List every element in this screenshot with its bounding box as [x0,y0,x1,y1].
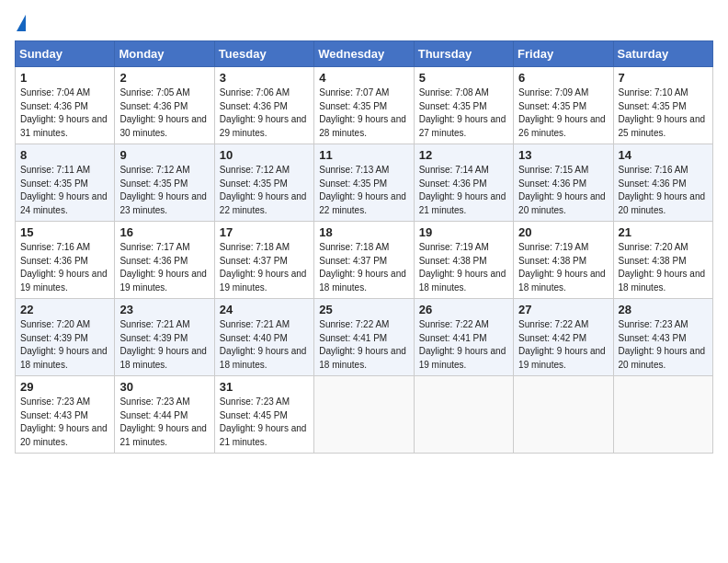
calendar-cell: 30Sunrise: 7:23 AMSunset: 4:44 PMDayligh… [115,376,214,454]
day-info: Sunrise: 7:11 AMSunset: 4:35 PMDaylight:… [20,164,109,217]
calendar-cell: 29Sunrise: 7:23 AMSunset: 4:43 PMDayligh… [16,376,115,454]
calendar-cell: 9Sunrise: 7:12 AMSunset: 4:35 PMDaylight… [115,144,214,222]
page-header [15,15,713,31]
calendar-cell: 11Sunrise: 7:13 AMSunset: 4:35 PMDayligh… [314,144,414,222]
calendar-cell: 18Sunrise: 7:18 AMSunset: 4:37 PMDayligh… [314,222,414,299]
calendar-week-row: 1Sunrise: 7:04 AMSunset: 4:36 PMDaylight… [16,67,713,144]
day-number: 15 [20,225,109,239]
day-header-thursday: Thursday [414,41,513,67]
calendar-cell: 15Sunrise: 7:16 AMSunset: 4:36 PMDayligh… [16,222,115,299]
day-number: 16 [119,225,209,239]
day-number: 19 [419,225,508,239]
day-header-sunday: Sunday [16,41,115,67]
calendar-cell: 2Sunrise: 7:05 AMSunset: 4:36 PMDaylight… [115,67,214,144]
calendar-cell [514,376,613,454]
day-header-wednesday: Wednesday [314,41,414,67]
calendar-cell: 21Sunrise: 7:20 AMSunset: 4:38 PMDayligh… [613,222,712,299]
calendar-cell: 12Sunrise: 7:14 AMSunset: 4:36 PMDayligh… [414,144,513,222]
day-info: Sunrise: 7:09 AMSunset: 4:35 PMDaylight:… [518,86,608,140]
day-number: 23 [119,303,209,316]
calendar-week-row: 15Sunrise: 7:16 AMSunset: 4:36 PMDayligh… [16,222,713,299]
day-info: Sunrise: 7:21 AMSunset: 4:39 PMDaylight:… [119,318,209,372]
calendar-cell: 22Sunrise: 7:20 AMSunset: 4:39 PMDayligh… [16,299,115,376]
logo-triangle-icon [17,15,26,31]
day-number: 1 [20,71,109,85]
calendar-cell: 13Sunrise: 7:15 AMSunset: 4:36 PMDayligh… [514,144,613,222]
day-header-friday: Friday [514,41,613,67]
day-info: Sunrise: 7:20 AMSunset: 4:38 PMDaylight:… [619,241,708,294]
calendar-cell: 23Sunrise: 7:21 AMSunset: 4:39 PMDayligh… [115,299,214,376]
day-info: Sunrise: 7:18 AMSunset: 4:37 PMDaylight:… [220,241,309,294]
day-number: 12 [419,148,508,162]
day-number: 6 [518,71,608,85]
calendar-cell: 14Sunrise: 7:16 AMSunset: 4:36 PMDayligh… [613,144,712,222]
day-number: 13 [518,148,608,162]
calendar-cell: 10Sunrise: 7:12 AMSunset: 4:35 PMDayligh… [214,144,313,222]
day-header-tuesday: Tuesday [214,41,313,67]
calendar-cell [414,376,513,454]
day-info: Sunrise: 7:05 AMSunset: 4:36 PMDaylight:… [119,86,209,140]
day-info: Sunrise: 7:23 AMSunset: 4:43 PMDaylight:… [619,318,708,372]
day-info: Sunrise: 7:20 AMSunset: 4:39 PMDaylight:… [20,318,109,372]
day-number: 5 [419,71,508,85]
calendar-cell: 17Sunrise: 7:18 AMSunset: 4:37 PMDayligh… [214,222,313,299]
calendar-cell: 3Sunrise: 7:06 AMSunset: 4:36 PMDaylight… [214,67,313,144]
day-number: 4 [319,71,408,85]
calendar-header-row: SundayMondayTuesdayWednesdayThursdayFrid… [16,41,713,67]
day-info: Sunrise: 7:04 AMSunset: 4:36 PMDaylight:… [20,86,109,140]
day-info: Sunrise: 7:15 AMSunset: 4:36 PMDaylight:… [518,164,608,217]
day-number: 14 [619,148,708,162]
day-header-saturday: Saturday [613,41,712,67]
day-number: 17 [220,225,309,239]
day-number: 11 [319,148,408,162]
day-info: Sunrise: 7:16 AMSunset: 4:36 PMDaylight:… [20,241,109,294]
day-info: Sunrise: 7:23 AMSunset: 4:45 PMDaylight:… [220,396,309,449]
day-info: Sunrise: 7:16 AMSunset: 4:36 PMDaylight:… [619,164,708,217]
day-info: Sunrise: 7:23 AMSunset: 4:43 PMDaylight:… [20,396,109,449]
calendar-cell: 27Sunrise: 7:22 AMSunset: 4:42 PMDayligh… [514,299,613,376]
day-number: 27 [518,303,608,316]
day-number: 8 [20,148,109,162]
calendar-week-row: 29Sunrise: 7:23 AMSunset: 4:43 PMDayligh… [16,376,713,454]
day-number: 9 [119,148,209,162]
day-number: 22 [20,303,109,316]
day-info: Sunrise: 7:19 AMSunset: 4:38 PMDaylight:… [419,241,508,294]
day-number: 31 [220,380,309,394]
day-number: 29 [20,380,109,394]
calendar-table: SundayMondayTuesdayWednesdayThursdayFrid… [15,40,713,454]
day-info: Sunrise: 7:06 AMSunset: 4:36 PMDaylight:… [220,86,309,140]
calendar-cell: 4Sunrise: 7:07 AMSunset: 4:35 PMDaylight… [314,67,414,144]
calendar-cell: 1Sunrise: 7:04 AMSunset: 4:36 PMDaylight… [16,67,115,144]
calendar-cell: 20Sunrise: 7:19 AMSunset: 4:38 PMDayligh… [514,222,613,299]
calendar-cell: 25Sunrise: 7:22 AMSunset: 4:41 PMDayligh… [314,299,414,376]
calendar-cell: 31Sunrise: 7:23 AMSunset: 4:45 PMDayligh… [214,376,313,454]
day-info: Sunrise: 7:12 AMSunset: 4:35 PMDaylight:… [220,164,309,217]
day-info: Sunrise: 7:22 AMSunset: 4:41 PMDaylight:… [419,318,508,372]
day-number: 20 [518,225,608,239]
day-number: 3 [220,71,309,85]
day-number: 21 [619,225,708,239]
calendar-cell: 24Sunrise: 7:21 AMSunset: 4:40 PMDayligh… [214,299,313,376]
day-info: Sunrise: 7:21 AMSunset: 4:40 PMDaylight:… [220,318,309,372]
calendar-cell: 16Sunrise: 7:17 AMSunset: 4:36 PMDayligh… [115,222,214,299]
day-number: 30 [119,380,209,394]
day-info: Sunrise: 7:07 AMSunset: 4:35 PMDaylight:… [319,86,408,140]
day-info: Sunrise: 7:23 AMSunset: 4:44 PMDaylight:… [119,396,209,449]
calendar-cell [314,376,414,454]
day-number: 28 [619,303,708,316]
day-info: Sunrise: 7:19 AMSunset: 4:38 PMDaylight:… [518,241,608,294]
day-number: 18 [319,225,408,239]
day-info: Sunrise: 7:10 AMSunset: 4:35 PMDaylight:… [619,86,708,140]
day-info: Sunrise: 7:14 AMSunset: 4:36 PMDaylight:… [419,164,508,217]
calendar-cell: 19Sunrise: 7:19 AMSunset: 4:38 PMDayligh… [414,222,513,299]
day-info: Sunrise: 7:22 AMSunset: 4:41 PMDaylight:… [319,318,408,372]
day-number: 7 [619,71,708,85]
day-number: 26 [419,303,508,316]
calendar-cell: 6Sunrise: 7:09 AMSunset: 4:35 PMDaylight… [514,67,613,144]
day-info: Sunrise: 7:12 AMSunset: 4:35 PMDaylight:… [119,164,209,217]
logo [15,15,26,31]
day-info: Sunrise: 7:13 AMSunset: 4:35 PMDaylight:… [319,164,408,217]
calendar-cell: 8Sunrise: 7:11 AMSunset: 4:35 PMDaylight… [16,144,115,222]
day-number: 2 [119,71,209,85]
calendar-cell: 26Sunrise: 7:22 AMSunset: 4:41 PMDayligh… [414,299,513,376]
